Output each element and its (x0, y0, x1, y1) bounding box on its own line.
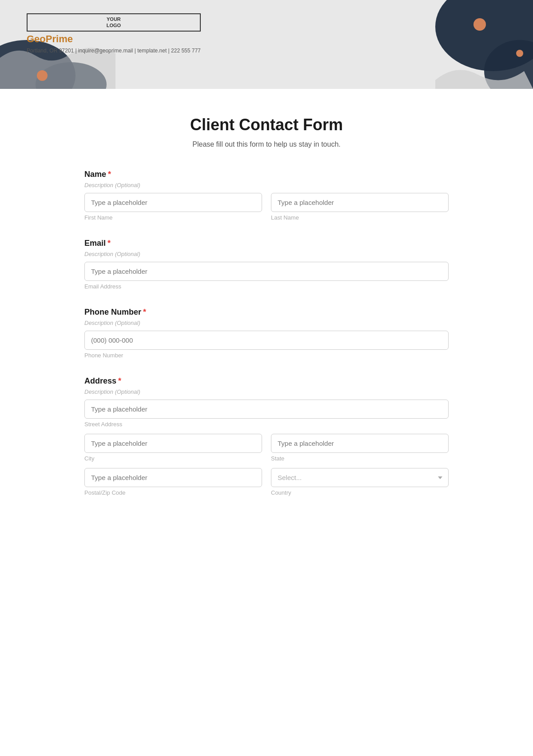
header-decoration-right (391, 0, 533, 89)
email-col: Email Address (84, 262, 449, 290)
state-hint: State (271, 455, 449, 462)
address-section: Address* Description (Optional) Street A… (84, 376, 449, 496)
phone-description: Description (Optional) (84, 320, 449, 326)
form-container: Client Contact Form Please fill out this… (67, 89, 466, 549)
city-state-row: City State (84, 434, 449, 462)
last-name-col: Last Name (271, 193, 449, 221)
state-input[interactable] (271, 434, 449, 453)
street-row: Street Address (84, 400, 449, 428)
phone-fields-row: Phone Number (84, 331, 449, 359)
svg-point-2 (473, 18, 486, 31)
city-col: City (84, 434, 262, 462)
country-select[interactable]: Select... United States Canada United Ki… (271, 468, 449, 487)
phone-hint: Phone Number (84, 352, 449, 359)
city-input[interactable] (84, 434, 262, 453)
logo-box: YOUR LOGO (27, 13, 201, 32)
name-label: Name* (84, 170, 449, 179)
country-col: Select... United States Canada United Ki… (271, 468, 449, 496)
form-subtitle: Please fill out this form to help us sta… (84, 140, 449, 148)
email-hint: Email Address (84, 283, 449, 290)
logo-area: YOUR LOGO GeoPrime Portland, OR 97201 | … (27, 13, 201, 54)
country-hint: Country (271, 489, 449, 496)
name-fields-row: First Name Last Name (84, 193, 449, 221)
first-name-hint: First Name (84, 214, 262, 221)
form-title: Client Contact Form (84, 116, 449, 134)
email-input[interactable] (84, 262, 449, 281)
phone-col: Phone Number (84, 331, 449, 359)
street-input[interactable] (84, 400, 449, 419)
postal-country-row: Postal/Zip Code Select... United States … (84, 468, 449, 496)
postal-col: Postal/Zip Code (84, 468, 262, 496)
street-col: Street Address (84, 400, 449, 428)
phone-label: Phone Number* (84, 308, 449, 317)
country-select-wrapper: Select... United States Canada United Ki… (271, 468, 449, 487)
client-contact-form: Name* Description (Optional) First Name … (84, 170, 449, 496)
street-hint: Street Address (84, 421, 449, 428)
company-info: Portland, OR 97201 | inquire@geoprime.ma… (27, 48, 201, 54)
company-name: GeoPrime (27, 33, 201, 45)
phone-section: Phone Number* Description (Optional) Pho… (84, 308, 449, 359)
name-section: Name* Description (Optional) First Name … (84, 170, 449, 221)
email-section: Email* Description (Optional) Email Addr… (84, 239, 449, 290)
postal-hint: Postal/Zip Code (84, 489, 262, 496)
last-name-input[interactable] (271, 193, 449, 212)
email-description: Description (Optional) (84, 251, 449, 257)
address-label: Address* (84, 376, 449, 386)
first-name-col: First Name (84, 193, 262, 221)
email-label: Email* (84, 239, 449, 248)
page-header: YOUR LOGO GeoPrime Portland, OR 97201 | … (0, 0, 533, 89)
phone-input[interactable] (84, 331, 449, 350)
svg-point-6 (37, 70, 48, 81)
first-name-input[interactable] (84, 193, 262, 212)
name-description: Description (Optional) (84, 182, 449, 188)
state-col: State (271, 434, 449, 462)
email-fields-row: Email Address (84, 262, 449, 290)
address-description: Description (Optional) (84, 388, 449, 395)
city-hint: City (84, 455, 262, 462)
svg-point-3 (516, 50, 523, 57)
postal-input[interactable] (84, 468, 262, 487)
last-name-hint: Last Name (271, 214, 449, 221)
